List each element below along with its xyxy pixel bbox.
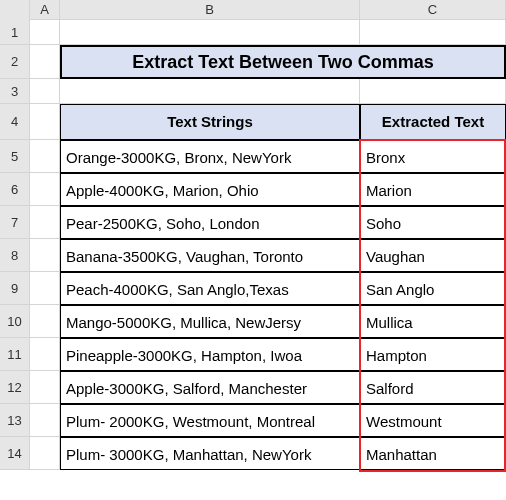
cell-B8[interactable]: Banana-3500KG, Vaughan, Toronto [60,239,360,272]
row-8: 8 Banana-3500KG, Vaughan, Toronto Vaugha… [0,239,506,272]
cell-C14[interactable]: Manhattan [360,437,506,470]
row-10: 10 Mango-5000KG, Mullica, NewJersy Mulli… [0,305,506,338]
col-header-C[interactable]: C [360,0,506,19]
cell-A5[interactable] [30,140,60,173]
cell-C9[interactable]: San Anglo [360,272,506,305]
title-cell[interactable]: Extract Text Between Two Commas [60,45,506,79]
row-7: 7 Pear-2500KG, Soho, London Soho [0,206,506,239]
row-header-2[interactable]: 2 [0,45,30,79]
row-1: 1 [0,20,506,45]
cell-A12[interactable] [30,371,60,404]
header-extracted-text[interactable]: Extracted Text [360,104,506,140]
cell-C6[interactable]: Marion [360,173,506,206]
cell-C13[interactable]: Westmount [360,404,506,437]
row-header-11[interactable]: 11 [0,338,30,371]
cell-B9[interactable]: Peach-4000KG, San Anglo,Texas [60,272,360,305]
row-6: 6 Apple-4000KG, Marion, Ohio Marion [0,173,506,206]
cell-A1[interactable] [30,20,60,45]
select-all-corner[interactable] [0,0,30,20]
row-header-9[interactable]: 9 [0,272,30,305]
cell-A10[interactable] [30,305,60,338]
cell-A3[interactable] [30,79,60,104]
cell-A4[interactable] [30,104,60,140]
cell-A8[interactable] [30,239,60,272]
cell-A6[interactable] [30,173,60,206]
cell-C5[interactable]: Bronx [360,140,506,173]
cell-C1[interactable] [360,20,506,45]
row-11: 11 Pineapple-3000KG, Hampton, Iwoa Hampt… [0,338,506,371]
cell-B3[interactable] [60,79,360,104]
cell-B7[interactable]: Pear-2500KG, Soho, London [60,206,360,239]
cell-C11[interactable]: Hampton [360,338,506,371]
row-2: 2 Extract Text Between Two Commas [0,45,506,79]
cell-B11[interactable]: Pineapple-3000KG, Hampton, Iwoa [60,338,360,371]
header-text-strings[interactable]: Text Strings [60,104,360,140]
spreadsheet-grid: A B C 1 2 Extract Text Between Two Comma… [0,0,506,500]
cell-C3[interactable] [360,79,506,104]
cell-A13[interactable] [30,404,60,437]
cell-C8[interactable]: Vaughan [360,239,506,272]
row-header-6[interactable]: 6 [0,173,30,206]
cell-B5[interactable]: Orange-3000KG, Bronx, NewYork [60,140,360,173]
cell-B13[interactable]: Plum- 2000KG, Westmount, Montreal [60,404,360,437]
cell-B1[interactable] [60,20,360,45]
row-14: 14 Plum- 3000KG, Manhattan, NewYork Manh… [0,437,506,470]
col-header-B[interactable]: B [60,0,360,19]
row-13: 13 Plum- 2000KG, Westmount, Montreal Wes… [0,404,506,437]
cell-A11[interactable] [30,338,60,371]
row-header-3[interactable]: 3 [0,79,30,104]
row-header-14[interactable]: 14 [0,437,30,470]
cell-A9[interactable] [30,272,60,305]
row-header-4[interactable]: 4 [0,104,30,140]
cell-B10[interactable]: Mango-5000KG, Mullica, NewJersy [60,305,360,338]
row-header-7[interactable]: 7 [0,206,30,239]
row-header-12[interactable]: 12 [0,371,30,404]
row-header-5[interactable]: 5 [0,140,30,173]
row-header-8[interactable]: 8 [0,239,30,272]
row-header-13[interactable]: 13 [0,404,30,437]
cell-B14[interactable]: Plum- 3000KG, Manhattan, NewYork [60,437,360,470]
row-9: 9 Peach-4000KG, San Anglo,Texas San Angl… [0,272,506,305]
cell-A2[interactable] [30,45,60,79]
row-3: 3 [0,79,506,104]
cell-B12[interactable]: Apple-3000KG, Salford, Manchester [60,371,360,404]
row-12: 12 Apple-3000KG, Salford, Manchester Sal… [0,371,506,404]
cell-A14[interactable] [30,437,60,470]
column-headers: A B C [0,0,506,20]
row-4: 4 Text Strings Extracted Text [0,104,506,140]
cell-C7[interactable]: Soho [360,206,506,239]
row-header-10[interactable]: 10 [0,305,30,338]
cell-B6[interactable]: Apple-4000KG, Marion, Ohio [60,173,360,206]
col-header-A[interactable]: A [30,0,60,19]
cell-C12[interactable]: Salford [360,371,506,404]
row-5: 5 Orange-3000KG, Bronx, NewYork Bronx [0,140,506,173]
cell-C10[interactable]: Mullica [360,305,506,338]
row-header-1[interactable]: 1 [0,20,30,45]
cell-A7[interactable] [30,206,60,239]
